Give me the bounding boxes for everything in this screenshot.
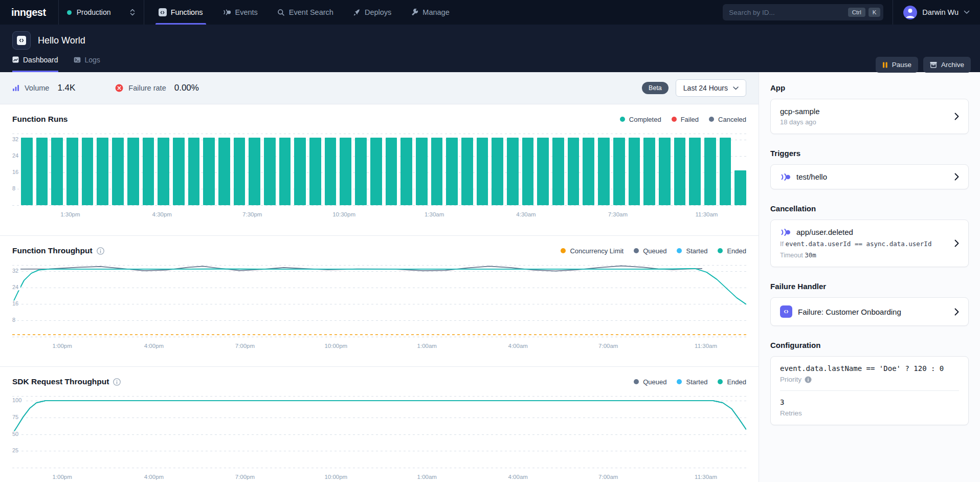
pause-button[interactable]: Pause: [876, 57, 918, 73]
bar: [689, 138, 701, 205]
priority-label: Priority: [780, 376, 959, 383]
details-sidebar: App gcp-sample 18 days ago Triggers: [759, 72, 980, 482]
volume-stat: Volume 1.4K: [12, 83, 75, 93]
chart-legend: QueuedStartedEnded: [634, 378, 746, 386]
search-box[interactable]: Ctrl K: [723, 4, 883, 20]
nav-item-label: Event Search: [289, 8, 333, 16]
legend-dot: [561, 248, 566, 253]
bar: [340, 138, 351, 205]
trigger-card[interactable]: test/hello: [770, 164, 969, 189]
legend-item: Started: [677, 378, 707, 386]
function-header: Hello World Pause Archive: [0, 25, 980, 72]
bar: [416, 138, 428, 205]
bar: [522, 138, 534, 205]
legend-dot: [718, 379, 723, 384]
cancellation-timeout: Timeout 30m: [780, 251, 948, 259]
bar: [234, 138, 246, 205]
nav-item-event-search[interactable]: Event Search: [277, 0, 333, 25]
x-tick-label: 7:00pm: [235, 343, 255, 349]
legend-label: Queued: [643, 378, 666, 386]
legend-dot: [634, 379, 639, 384]
tab-dashboard[interactable]: Dashboard: [12, 52, 58, 72]
app-card[interactable]: gcp-sample 18 days ago: [770, 99, 969, 134]
x-tick-label: 10:00pm: [324, 474, 347, 480]
user-menu[interactable]: Darwin Wu: [893, 0, 970, 25]
section-heading: App: [770, 83, 969, 92]
bar: [218, 138, 230, 205]
environment-selector[interactable]: Production: [58, 0, 144, 25]
nav-item-functions[interactable]: Functions: [159, 0, 203, 25]
nav-item-label: Events: [235, 8, 258, 16]
bar: [97, 138, 108, 205]
inngest-logo: inngest: [0, 0, 58, 25]
x-axis: 1:30pm4:30pm7:30pm10:30pm1:30am4:30am7:3…: [12, 209, 746, 220]
configuration-section: Configuration event.data.lastName == 'Do…: [770, 341, 969, 425]
chart-legend: Concurrency LimitQueuedStartedEnded: [561, 247, 746, 255]
bar: [264, 138, 276, 205]
legend-label: Canceled: [718, 116, 746, 123]
search-nav-icon: [277, 9, 285, 16]
x-tick-label: 1:30pm: [60, 211, 80, 217]
info-icon[interactable]: [97, 247, 104, 255]
y-tick-label: 8: [12, 185, 17, 191]
archive-button[interactable]: Archive: [923, 57, 971, 73]
search-input[interactable]: [729, 9, 844, 16]
pause-icon: [882, 62, 888, 68]
chevron-down-icon: [733, 86, 739, 90]
x-tick-label: 10:00pm: [324, 343, 347, 349]
x-tick-label: 4:30am: [516, 211, 536, 217]
bar: [143, 138, 154, 205]
x-tick-label: 4:00pm: [144, 474, 164, 480]
nav-item-events[interactable]: Events: [222, 0, 258, 25]
legend-label: Ended: [727, 247, 746, 255]
x-axis: 1:00pm4:00pm7:00pm10:00pm1:00am4:00am7:0…: [12, 340, 746, 352]
env-status-dot: [67, 10, 72, 15]
bar: [51, 138, 63, 205]
bars: [21, 134, 746, 205]
bar: [568, 138, 580, 205]
chart-title: Function Runs: [12, 115, 68, 124]
chart-plot: 3224168: [12, 265, 746, 337]
y-tick-label: 24: [12, 284, 20, 290]
x-tick-label: 11:30am: [695, 343, 717, 349]
stats-right: Beta Last 24 Hours: [642, 79, 746, 97]
title-row: Hello World: [12, 25, 968, 50]
failure-rate-value: 0.00%: [174, 83, 199, 93]
series-ended: [12, 401, 746, 434]
failure-handler-name: Failure: Customer Onboarding: [798, 308, 901, 316]
failure-handler-card[interactable]: Failure: Customer Onboarding: [770, 297, 969, 326]
time-range-dropdown[interactable]: Last 24 Hours: [676, 79, 746, 97]
legend-dot: [677, 379, 682, 384]
gridline: [12, 337, 746, 337]
event-trigger-icon: [780, 173, 791, 181]
sdk-request-throughput-chart: SDK Request Throughput QueuedStartedEnde…: [0, 366, 759, 482]
chevron-down-icon: [964, 10, 970, 14]
rocket-icon: [353, 9, 361, 16]
bar: [158, 138, 169, 205]
nav-item-label: Functions: [171, 8, 203, 16]
info-icon[interactable]: [113, 378, 121, 386]
tab-logs[interactable]: Logs: [74, 52, 100, 72]
x-tick-label: 7:00pm: [235, 474, 255, 480]
cancellation-card[interactable]: app/user.deleted If event.data.userId ==…: [770, 220, 969, 267]
bar: [203, 138, 215, 205]
section-heading: Configuration: [770, 341, 969, 349]
nav-item-manage[interactable]: Manage: [411, 0, 449, 25]
nav-right: Ctrl K Darwin Wu: [723, 0, 980, 25]
tab-label: Dashboard: [23, 56, 58, 64]
y-tick-label: 16: [12, 169, 20, 175]
x-tick-label: 1:30am: [425, 211, 444, 217]
series-queued: [12, 266, 702, 271]
app-meta: 18 days ago: [780, 118, 948, 126]
section-heading: Triggers: [770, 149, 969, 158]
line-series: [12, 396, 746, 468]
trigger-name: test/hello: [796, 172, 827, 181]
bar: [674, 138, 686, 205]
chart-plot: 100755025: [12, 396, 746, 468]
line-series: [12, 265, 746, 337]
y-tick-label: 25: [12, 448, 20, 454]
info-icon[interactable]: [805, 376, 812, 383]
y-tick-label: 16: [12, 300, 20, 306]
bar: [21, 138, 33, 205]
nav-item-deploys[interactable]: Deploys: [353, 0, 391, 25]
